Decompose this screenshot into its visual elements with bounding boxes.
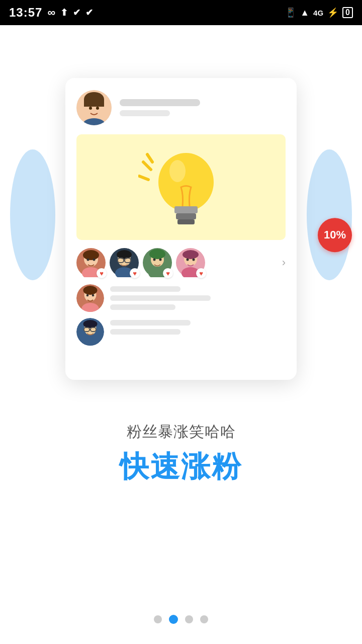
svg-point-36 <box>187 259 189 261</box>
comment-lines-2 <box>110 318 191 335</box>
reaction-row: ♥ ♥ <box>76 248 286 277</box>
svg-line-8 <box>147 154 152 162</box>
svg-point-16 <box>83 250 99 260</box>
comment-line-1-3 <box>110 304 175 310</box>
infinity-icon: ∞ <box>47 6 55 19</box>
svg-point-42 <box>86 294 89 297</box>
heart-icon-2: ♥ <box>130 268 140 278</box>
dot-4[interactable] <box>200 615 208 623</box>
phone-card-mockup: ♥ ♥ <box>65 78 297 380</box>
lightbulb-svg <box>138 142 224 232</box>
svg-point-31 <box>159 259 162 261</box>
comment-avatar-2 <box>76 318 104 346</box>
phone-icon: 📱 <box>285 7 296 18</box>
wing-left-decoration <box>10 149 55 280</box>
heart-icon-1: ♥ <box>97 268 107 278</box>
svg-point-37 <box>193 259 195 261</box>
reaction-avatar-1: ♥ <box>76 248 106 277</box>
text-section: 粉丝暴涨笑哈哈 快速涨粉 <box>120 422 242 487</box>
wing-right-decoration <box>307 149 352 280</box>
status-right: 📱 ▲ 4G ⚡ 0 <box>285 7 353 18</box>
card-user-avatar <box>76 90 112 125</box>
subtitle-text: 粉丝暴涨笑哈哈 <box>127 422 236 442</box>
signal-text: 4G <box>313 9 323 17</box>
status-bar: 13:57 ∞ ⬆ ✔ ✔ 📱 ▲ 4G ⚡ 0 <box>0 0 362 25</box>
comment-row-1 <box>76 284 286 312</box>
battery-outline: 0 <box>342 7 353 18</box>
svg-point-41 <box>83 286 98 295</box>
comment-line-1-1 <box>110 286 180 292</box>
comment-line-1-2 <box>110 295 211 301</box>
dot-1[interactable] <box>154 615 162 623</box>
svg-rect-12 <box>176 213 196 219</box>
reaction-avatar-4: ♥ <box>176 248 205 277</box>
comment-avatar-1 <box>76 284 104 312</box>
battery-icon: ⚡ <box>327 7 338 18</box>
header-name-line <box>120 99 200 106</box>
comment-line-2-1 <box>110 320 191 326</box>
status-left: 13:57 ∞ ⬆ ✔ ✔ <box>9 6 93 20</box>
dots-indicator <box>154 600 208 644</box>
dot-2-active[interactable] <box>169 615 178 624</box>
upload-icon: ⬆ <box>60 7 68 18</box>
svg-point-43 <box>92 294 95 297</box>
svg-line-6 <box>143 162 151 170</box>
comment-line-2-2 <box>110 329 180 335</box>
reaction-avatar-3: ♥ <box>143 248 172 277</box>
svg-point-29 <box>149 249 165 259</box>
main-content: ♥ ♥ <box>0 25 362 644</box>
heart-icon-3: ♥ <box>163 268 173 278</box>
header-sub-line <box>120 110 170 116</box>
check-icon-2: ✔ <box>85 7 93 18</box>
dot-3[interactable] <box>185 615 193 623</box>
card-area: ♥ ♥ <box>0 25 362 418</box>
comment-row-2 <box>76 318 286 346</box>
svg-point-10 <box>169 160 186 182</box>
card-header <box>76 90 286 125</box>
svg-rect-13 <box>177 219 195 224</box>
svg-point-18 <box>93 259 96 261</box>
svg-point-35 <box>183 250 199 259</box>
lightbulb-banner <box>76 134 286 240</box>
reaction-avatar-2: ♥ <box>110 248 139 277</box>
svg-point-17 <box>87 259 89 261</box>
status-time: 13:57 <box>9 6 42 20</box>
check-icon-1: ✔ <box>73 7 80 18</box>
svg-rect-2 <box>84 99 104 107</box>
avatar-boy-svg <box>76 90 112 125</box>
svg-line-7 <box>139 176 148 180</box>
card-header-text-lines <box>120 99 200 116</box>
svg-point-47 <box>83 320 98 328</box>
svg-point-4 <box>96 107 99 110</box>
svg-point-30 <box>153 259 156 261</box>
svg-point-3 <box>89 107 92 110</box>
heart-icon-4: ♥ <box>196 268 206 278</box>
comment-lines-1 <box>110 284 211 310</box>
progress-badge: 10% <box>318 218 352 252</box>
svg-rect-11 <box>174 206 198 213</box>
main-title: 快速涨粉 <box>120 447 242 487</box>
wifi-icon: ▲ <box>300 8 309 18</box>
reaction-chevron-icon[interactable]: › <box>282 256 286 269</box>
svg-point-9 <box>158 153 214 211</box>
